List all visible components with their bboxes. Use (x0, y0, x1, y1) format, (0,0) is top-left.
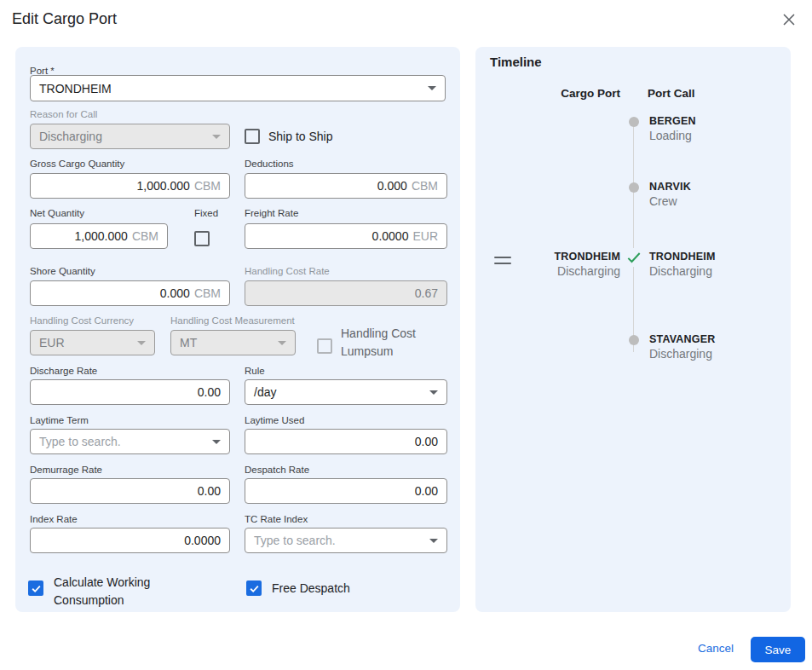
freight-rate-value: 0.0000 (372, 229, 409, 243)
cancel-button[interactable]: Cancel (695, 642, 736, 655)
handling-cost-rate-input: 0.67 (245, 280, 447, 306)
handling-cost-rate-label: Handling Cost Rate (245, 266, 330, 276)
port-reason: Discharging (649, 347, 716, 361)
timeline-cargo-port-trondheim: TRONDHEIM Discharging (510, 250, 620, 279)
rule-select[interactable]: /day (245, 379, 447, 405)
gross-cargo-quantity-unit: CBM (194, 179, 221, 193)
tc-rate-index-placeholder: Type to search. (254, 534, 336, 547)
discharge-rate-input[interactable]: 0.00 (30, 379, 230, 405)
deductions-unit: CBM (412, 179, 438, 193)
close-icon[interactable] (779, 9, 799, 30)
handling-cost-lumpsum-checkbox (317, 338, 332, 354)
fixed-checkbox[interactable] (194, 231, 210, 246)
chevron-down-icon (137, 341, 146, 345)
rule-label: Rule (245, 366, 265, 376)
handling-cost-currency-value: EUR (39, 336, 65, 349)
despatch-rate-input[interactable]: 0.00 (245, 478, 447, 504)
fixed-label: Fixed (194, 208, 218, 218)
chevron-down-icon (429, 390, 438, 395)
gross-cargo-quantity-label: Gross Cargo Quantity (30, 159, 124, 169)
laytime-used-input[interactable]: 0.00 (245, 429, 447, 454)
tc-rate-index-combobox[interactable]: Type to search. (245, 528, 447, 553)
handling-cost-measurement-select: MT (170, 330, 296, 355)
port-name: TRONDHEIM (649, 250, 716, 264)
handling-cost-currency-select: EUR (30, 330, 155, 355)
freight-rate-unit: EUR (412, 229, 438, 243)
chevron-down-icon (278, 341, 286, 345)
handling-cost-measurement-value: MT (180, 336, 197, 349)
port-reason: Discharging (649, 264, 716, 279)
index-rate-value: 0.0000 (184, 534, 221, 547)
discharge-rate-label: Discharge Rate (30, 366, 97, 376)
free-despatch-checkbox[interactable] (246, 580, 262, 596)
timeline-item-stavanger: STAVANGER Discharging (649, 332, 716, 361)
port-name: BERGEN (649, 114, 696, 129)
shore-quantity-label: Shore Quantity (30, 266, 95, 276)
timeline-line (633, 122, 634, 352)
laytime-term-label: Laytime Term (30, 415, 89, 425)
demurrage-rate-input[interactable]: 0.00 (30, 478, 230, 504)
timeline-item-narvik: NARVIK Crew (649, 180, 691, 209)
index-rate-label: Index Rate (30, 514, 78, 524)
timeline-dot (629, 182, 639, 193)
shore-quantity-unit: CBM (194, 286, 221, 300)
edit-cargo-port-dialog: Edit Cargo Port Port * TRONDHEIM Reason … (0, 0, 812, 670)
timeline-dot (629, 335, 639, 345)
handling-cost-currency-label: Handling Cost Currency (30, 315, 134, 326)
deductions-input[interactable]: 0.000 CBM (245, 173, 447, 199)
laytime-used-label: Laytime Used (245, 415, 304, 425)
port-name: NARVIK (649, 180, 691, 194)
port-reason: Crew (649, 194, 691, 209)
calculate-working-consumption-checkbox[interactable] (28, 580, 43, 596)
timeline-header-port-call: Port Call (648, 87, 695, 100)
port-reason: Loading (649, 129, 696, 143)
cargo-port-form-panel: Port * TRONDHEIM Reason for Call Dischar… (15, 47, 460, 612)
shore-quantity-input[interactable]: 0.000 CBM (30, 280, 230, 306)
freight-rate-label: Freight Rate (245, 208, 298, 218)
calculate-working-consumption-label: Calculate Working Consumption (54, 574, 181, 609)
cargo-port-reason: Discharging (510, 264, 620, 279)
timeline-panel: Timeline Cargo Port Port Call BERGEN Loa… (475, 47, 791, 612)
net-quantity-input[interactable]: 1,000.000 CBM (30, 223, 168, 249)
index-rate-input[interactable]: 0.0000 (30, 528, 230, 553)
timeline-item-bergen: BERGEN Loading (649, 114, 696, 143)
free-despatch-label: Free Despatch (272, 581, 350, 596)
chevron-down-icon (428, 86, 436, 90)
cargo-port-name: TRONDHEIM (510, 250, 620, 264)
laytime-used-value: 0.00 (415, 435, 438, 448)
rule-value: /day (254, 385, 276, 399)
net-quantity-label: Net Quantity (30, 208, 84, 218)
net-quantity-unit: CBM (132, 229, 158, 243)
handling-cost-measurement-label: Handling Cost Measurement (170, 315, 295, 326)
deductions-value: 0.000 (377, 179, 407, 193)
shore-quantity-value: 0.000 (160, 286, 190, 300)
chevron-down-icon (212, 440, 221, 444)
ship-to-ship-checkbox[interactable] (245, 129, 260, 144)
gross-cargo-quantity-input[interactable]: 1,000.000 CBM (30, 173, 230, 199)
save-button[interactable]: Save (751, 637, 805, 662)
timeline-header-cargo-port: Cargo Port (510, 87, 620, 100)
despatch-rate-label: Despatch Rate (245, 465, 309, 475)
handling-cost-lumpsum-label: Handling Cost Lumpsum (341, 325, 439, 361)
chevron-down-icon (429, 539, 438, 543)
reason-for-call-label: Reason for Call (30, 109, 97, 119)
despatch-rate-value: 0.00 (415, 484, 438, 498)
timeline-item-trondheim: TRONDHEIM Discharging (649, 250, 716, 279)
reason-for-call-value: Discharging (39, 130, 102, 143)
laytime-term-placeholder: Type to search. (39, 435, 121, 448)
port-select[interactable]: TRONDHEIM (30, 75, 446, 101)
ship-to-ship-label: Ship to Ship (268, 130, 333, 144)
discharge-rate-value: 0.00 (198, 385, 221, 399)
drag-handle-icon[interactable] (494, 257, 511, 264)
handling-cost-rate-value: 0.67 (415, 286, 438, 300)
freight-rate-input[interactable]: 0.0000 EUR (245, 223, 447, 249)
port-name: STAVANGER (649, 332, 716, 347)
reason-for-call-select: Discharging (30, 124, 230, 149)
demurrage-rate-label: Demurrage Rate (30, 465, 102, 475)
laytime-term-combobox[interactable]: Type to search. (30, 429, 230, 454)
deductions-label: Deductions (245, 159, 294, 169)
tc-rate-index-label: TC Rate Index (245, 514, 308, 524)
gross-cargo-quantity-value: 1,000.000 (137, 179, 190, 193)
dialog-title: Edit Cargo Port (12, 10, 117, 28)
timeline-dot (629, 117, 639, 127)
